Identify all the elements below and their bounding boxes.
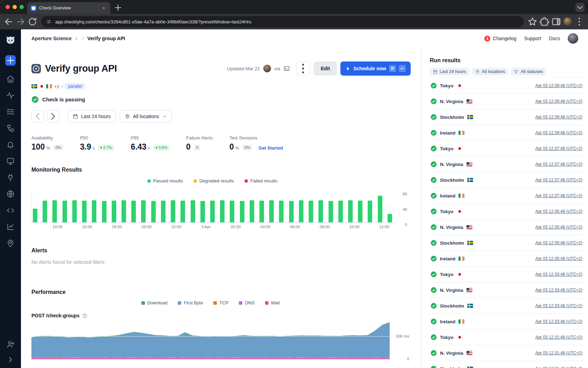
passed-results-bar[interactable] (289, 201, 294, 222)
edit-button[interactable]: Edit (314, 62, 337, 75)
support-link[interactable]: Support (524, 36, 541, 41)
passed-results-bar[interactable] (210, 201, 215, 222)
tab-search-button[interactable] (575, 3, 585, 12)
account-switcher[interactable]: Aperture Science (31, 36, 79, 41)
sidebar-item-private-locations[interactable] (6, 190, 15, 198)
sidebar-item-environments[interactable] (6, 239, 15, 247)
create-button[interactable] (5, 55, 16, 66)
passed-results-bar[interactable] (259, 201, 264, 222)
locations-filter-button[interactable]: All locations (120, 110, 172, 123)
passed-results-bar[interactable] (250, 200, 254, 222)
run-timestamp[interactable]: Apr 03 12:31:48 (UTC+2) (535, 351, 582, 355)
run-timestamp[interactable]: Apr 03 12:35:48 (UTC+2) (535, 225, 582, 230)
more-actions-button[interactable] (296, 62, 310, 75)
checkly-logo[interactable] (5, 34, 16, 45)
sidebar-item-checks[interactable] (6, 108, 15, 116)
back-button[interactable] (3, 16, 14, 27)
passed-results-bar[interactable] (299, 200, 303, 222)
passed-results-bar[interactable] (329, 201, 333, 222)
passed-results-bar[interactable] (52, 200, 57, 222)
passed-results-bar[interactable] (141, 200, 146, 222)
prev-period-button[interactable] (31, 110, 44, 123)
passed-results-bar[interactable] (338, 201, 343, 222)
passed-results-bar[interactable] (220, 200, 225, 222)
passed-results-bar[interactable] (230, 201, 234, 222)
browser-tab[interactable]: Check Overview × (27, 2, 110, 14)
sidebar-item-home[interactable] (6, 75, 15, 83)
browser-profile-avatar[interactable] (564, 17, 572, 26)
passed-results-bar[interactable] (181, 201, 185, 222)
passed-results-bar[interactable] (378, 196, 382, 222)
run-result-row[interactable]: IrelandApr 03 12:35:48 (UTC+2) (430, 251, 583, 267)
sidebar-item-groups[interactable] (6, 124, 15, 132)
extensions-icon[interactable] (539, 16, 550, 27)
run-timestamp[interactable]: Apr 03 12:39:48 (UTC+2) (535, 115, 582, 120)
run-result-row[interactable]: StockholmApr 03 12:33:48 (UTC+2) (430, 298, 583, 314)
run-timestamp[interactable]: Apr 03 12:37:48 (UTC+2) (535, 193, 582, 198)
passed-results-bar[interactable] (358, 201, 362, 222)
run-result-row[interactable]: N. VirginiaApr 03 12:35:48 (UTC+2) (430, 219, 583, 235)
close-window-button[interactable] (6, 5, 10, 9)
passed-results-bar[interactable] (82, 201, 87, 222)
passed-results-bar[interactable] (102, 201, 106, 222)
schedule-now-button[interactable]: Schedule now ⌘ ↵ (340, 62, 411, 75)
run-timestamp[interactable]: Apr 03 12:39:48 (UTC+2) (535, 83, 582, 88)
run-timestamp[interactable]: Apr 03 12:35:48 (UTC+2) (535, 240, 582, 245)
forward-button[interactable] (15, 16, 26, 27)
run-timestamp[interactable]: Apr 03 12:33:48 (UTC+2) (535, 303, 582, 308)
passed-results-bar[interactable] (388, 214, 392, 222)
run-result-row[interactable]: TokyoApr 03 12:33:48 (UTC+2) (430, 267, 583, 282)
passed-results-bar[interactable] (348, 200, 353, 222)
next-period-button[interactable] (47, 110, 59, 123)
help-icon[interactable] (82, 313, 87, 318)
filter-chip-last-24-hours[interactable]: Last 24 hours (430, 68, 469, 75)
run-timestamp[interactable]: Apr 03 12:31:48 (UTC+2) (535, 366, 582, 368)
side-panel-icon[interactable] (551, 16, 561, 27)
run-timestamp[interactable]: Apr 03 12:35:48 (UTC+2) (535, 256, 582, 261)
passed-results-bar[interactable] (368, 201, 372, 222)
passed-results-bar[interactable] (72, 200, 77, 222)
run-result-row[interactable]: N. VirginiaApr 03 12:33:48 (UTC+2) (430, 282, 583, 298)
passed-results-bar[interactable] (269, 200, 274, 222)
changelog-link[interactable]: 1 Changelog (484, 36, 516, 42)
run-result-row[interactable]: TokyoApr 03 12:37:48 (UTC+2) (430, 141, 583, 157)
sidebar-expand-button[interactable] (6, 355, 15, 364)
run-result-row[interactable]: StockholmApr 03 12:35:48 (UTC+2) (430, 235, 583, 251)
sidebar-item-dashboards[interactable] (6, 157, 15, 165)
new-tab-button[interactable] (113, 3, 123, 13)
run-timestamp[interactable]: Apr 03 12:37:48 (UTC+2) (535, 162, 582, 167)
passed-results-bar[interactable] (131, 201, 136, 222)
sidebar-item-alerts[interactable] (6, 140, 15, 149)
run-result-row[interactable]: TokyoApr 03 12:39:48 (UTC+2) (430, 78, 583, 94)
passed-results-bar[interactable] (171, 200, 175, 222)
run-timestamp[interactable]: Apr 03 12:39:48 (UTC+2) (535, 99, 582, 104)
passed-results-bar[interactable] (200, 201, 205, 222)
passed-results-bar[interactable] (318, 200, 323, 222)
passed-results-bar[interactable] (191, 200, 195, 222)
run-result-row[interactable]: IrelandApr 03 12:33:48 (UTC+2) (430, 314, 583, 330)
run-timestamp[interactable]: Apr 03 12:35:49 (UTC+2) (535, 209, 582, 214)
minimize-window-button[interactable] (13, 5, 17, 9)
passed-results-bar[interactable] (43, 201, 47, 222)
run-result-row[interactable]: StockholmApr 03 12:39:48 (UTC+2) (430, 109, 583, 125)
run-result-row[interactable]: StockholmApr 03 12:31:48 (UTC+2) (430, 361, 583, 368)
bookmark-star-icon[interactable] (527, 16, 538, 27)
passed-results-bar[interactable] (92, 200, 96, 222)
sidebar-item-monitoring[interactable] (6, 91, 15, 100)
run-result-row[interactable]: TokyoApr 03 12:35:49 (UTC+2) (430, 204, 583, 219)
browser-menu-icon[interactable] (574, 16, 585, 27)
sidebar-item-maintenance[interactable] (6, 173, 15, 182)
run-timestamp[interactable]: Apr 03 12:37:48 (UTC+2) (535, 178, 582, 182)
run-result-row[interactable]: N. VirginiaApr 03 12:31:48 (UTC+2) (430, 345, 583, 361)
passed-results-bar[interactable] (112, 201, 116, 222)
filter-chip-all-locations[interactable]: All locations (472, 68, 508, 75)
run-result-row[interactable]: IrelandApr 03 12:39:48 (UTC+2) (430, 125, 583, 141)
run-result-row[interactable]: N. VirginiaApr 03 12:39:48 (UTC+2) (430, 94, 583, 109)
run-result-row[interactable]: IrelandApr 03 12:37:48 (UTC+2) (430, 188, 583, 204)
user-avatar[interactable] (568, 33, 578, 44)
run-timestamp[interactable]: Apr 03 12:31:48 (UTC+2) (535, 335, 582, 340)
run-result-row[interactable]: StockholmApr 03 12:37:48 (UTC+2) (430, 172, 583, 188)
reload-button[interactable] (27, 16, 38, 27)
filter-chip-all-statuses[interactable]: All statuses (511, 68, 546, 75)
run-timestamp[interactable]: Apr 03 12:33:48 (UTC+2) (535, 288, 582, 293)
